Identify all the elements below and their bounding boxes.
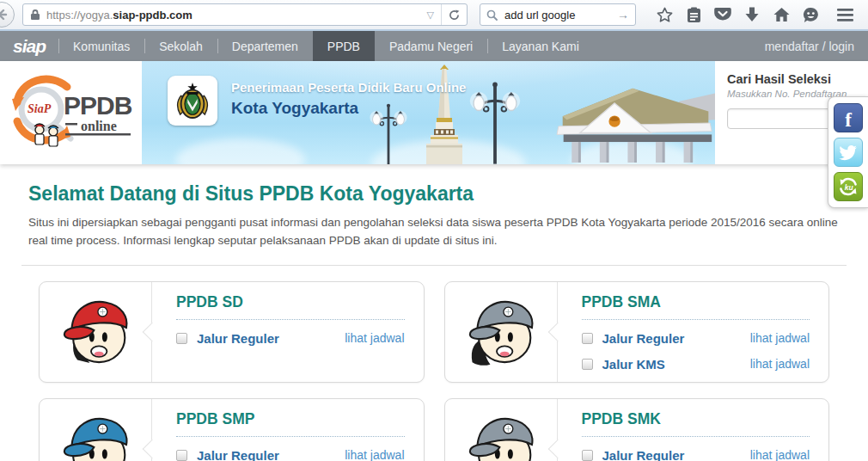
card-title-smp[interactable]: PPDB SMP	[176, 410, 405, 437]
section-divider	[21, 265, 847, 266]
site-navbar: siap Komunitas Sekolah Departemen PPDB P…	[0, 31, 868, 61]
magnifier-icon	[486, 9, 498, 21]
jalur-row: Jalur Reguler lihat jadwal	[176, 331, 405, 346]
kraton-building-illustration	[517, 82, 715, 164]
jalur-row: Jalur Reguler lihat jadwal	[176, 448, 405, 461]
social-share-panel: f ku	[828, 96, 868, 208]
download-icon[interactable]	[737, 2, 767, 28]
back-button[interactable]	[0, 2, 15, 28]
main-content: Selamat Datang di Situs PPDB Kota Yogyak…	[0, 182, 868, 461]
url-bar[interactable]: https://yogya.siap-ppdb.com ▽	[22, 3, 468, 26]
url-domain: siap-ppdb.com	[113, 9, 192, 22]
nav-item-departemen[interactable]: Departemen	[217, 31, 313, 61]
hello-chat-icon[interactable]	[796, 2, 825, 28]
jalur-checkbox[interactable]	[582, 359, 593, 370]
jalur-row: Jalur Reguler lihat jadwal	[582, 331, 810, 346]
siap-logo[interactable]: siap	[0, 31, 58, 61]
url-scheme: https://yogya.	[46, 9, 113, 22]
intro-paragraph: Situs ini dipersiapkan sebagai pengganti…	[28, 214, 840, 250]
lihat-jadwal-link[interactable]: lihat jadwal	[345, 331, 404, 345]
jalur-row: Jalur KMS lihat jadwal	[582, 357, 810, 372]
lihat-jadwal-link[interactable]: lihat jadwal	[750, 357, 810, 371]
page-title: Selamat Datang di Situs PPDB Kota Yogyak…	[28, 182, 840, 206]
jalur-checkbox[interactable]	[176, 333, 187, 344]
jalur-checkbox[interactable]	[582, 333, 593, 344]
go-arrow-icon[interactable]: →	[617, 8, 629, 22]
bookmark-dropdown-icon[interactable]: ▽	[420, 9, 441, 21]
ppdb-level-cards: PPDB SD Jalur Reguler lihat jadwal PPDB …	[28, 281, 840, 461]
jalur-link[interactable]: Jalur Reguler	[197, 331, 279, 346]
twitter-icon[interactable]	[834, 138, 863, 167]
star-icon[interactable]	[650, 2, 679, 28]
home-icon[interactable]	[767, 2, 796, 28]
browser-toolbar: https://yogya.siap-ppdb.com ▽ →	[0, 0, 868, 31]
card-ppdb-sd: PPDB SD Jalur Reguler lihat jadwal	[39, 281, 425, 383]
street-lamp-large-illustration	[467, 73, 523, 164]
banner-subtitle: Kota Yogyakarta	[231, 99, 358, 118]
nav-item-padamu-negeri[interactable]: Padamu Negeri	[375, 31, 487, 61]
ppdb-online-logo[interactable]: SiaP PPDB online	[0, 61, 142, 164]
jalur-link[interactable]: Jalur Reguler	[602, 331, 685, 346]
nav-item-ppdb[interactable]: PPDB	[313, 31, 375, 61]
jalur-row: Jalur Reguler lihat jadwal	[582, 448, 810, 461]
site-header-banner: SiaP PPDB online	[0, 61, 868, 164]
card-title-sma[interactable]: PPDB SMA	[582, 293, 810, 320]
lihat-jadwal-link[interactable]: lihat jadwal	[750, 331, 810, 345]
search-input[interactable]	[503, 8, 617, 22]
pocket-icon[interactable]	[708, 2, 737, 28]
student-avatar-sma	[445, 282, 557, 382]
card-ppdb-smk: PPDB SMK Jalur Reguler lihat jadwal	[444, 398, 830, 461]
logo-ppdb-text: PPDB	[64, 91, 132, 120]
nav-item-layanan-kami[interactable]: Layanan Kami	[487, 31, 594, 61]
login-link[interactable]: mendaftar / login	[765, 31, 868, 61]
card-title-smk[interactable]: PPDB SMK	[582, 410, 810, 437]
reload-icon[interactable]	[441, 4, 467, 25]
street-lamp-small-illustration	[367, 97, 410, 164]
logo-online-text: online	[81, 119, 117, 133]
nav-item-sekolah[interactable]: Sekolah	[144, 31, 217, 61]
kaskus-icon[interactable]: ku	[834, 172, 863, 201]
lock-icon	[30, 9, 40, 21]
nav-item-komunitas[interactable]: Komunitas	[58, 31, 144, 61]
card-ppdb-smp: PPDB SMP Jalur Reguler lihat jadwal	[39, 398, 425, 461]
bookmarks-clipboard-icon[interactable]	[679, 2, 708, 28]
jalur-checkbox[interactable]	[582, 450, 593, 461]
banner-title: Penerimaan Peserta Didik Baru Online	[231, 80, 466, 95]
card-title-sd[interactable]: PPDB SD	[176, 293, 405, 320]
student-avatar-smk	[445, 399, 557, 461]
search-results-title: Cari Hasil Seleksi	[727, 72, 868, 86]
jalur-link[interactable]: Jalur KMS	[602, 357, 665, 372]
lihat-jadwal-link[interactable]: lihat jadwal	[750, 448, 810, 461]
lihat-jadwal-link[interactable]: lihat jadwal	[345, 448, 404, 461]
jalur-checkbox[interactable]	[176, 450, 187, 461]
search-bar[interactable]: →	[480, 3, 636, 26]
svg-text:SiaP: SiaP	[28, 102, 52, 115]
jalur-link[interactable]: Jalur Reguler	[602, 448, 685, 461]
yogyakarta-city-emblem	[168, 76, 217, 126]
hamburger-menu-icon[interactable]	[830, 2, 859, 28]
jalur-link[interactable]: Jalur Reguler	[197, 448, 279, 461]
banner-illustration: Penerimaan Peserta Didik Baru Online Kot…	[142, 61, 715, 164]
card-ppdb-sma: PPDB SMA Jalur Reguler lihat jadwal Jalu…	[444, 281, 830, 383]
student-avatar-sd	[40, 282, 151, 382]
student-avatar-smp	[40, 399, 151, 461]
svg-text:ku: ku	[845, 183, 854, 192]
facebook-icon[interactable]: f	[834, 103, 863, 132]
